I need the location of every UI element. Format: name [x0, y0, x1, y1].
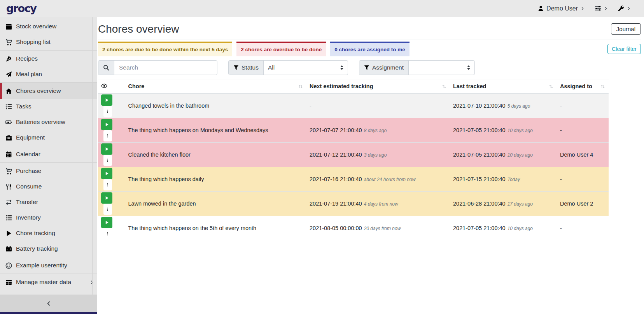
select-arrows-icon	[467, 65, 470, 70]
sidebar-item-tasks[interactable]: Tasks	[0, 99, 97, 114]
next-estimated-tracking-column-header[interactable]: Next estimated tracking	[306, 80, 450, 93]
sidebar-item-label: Inventory	[16, 214, 41, 221]
last-tracked-column-header[interactable]: Last tracked	[450, 80, 557, 93]
timeago-label: 10 days ago	[508, 152, 533, 158]
sidebar-item-manage-master-data[interactable]: Manage master data	[0, 274, 97, 290]
timeago-label: Today	[508, 177, 520, 182]
due-soon-banner[interactable]: 2 chores are due to be done within the n…	[98, 42, 232, 56]
list-icon	[5, 215, 12, 221]
sidebar-item-label: Recipes	[16, 55, 38, 62]
status-select[interactable]: All	[264, 61, 348, 75]
clear-filter-button[interactable]: Clear filter	[607, 44, 641, 54]
filter-icon	[233, 65, 239, 70]
chore-name-cell: The thing which happens daily	[125, 167, 306, 191]
sidebar-item-inventory[interactable]: Inventory	[0, 210, 97, 225]
sidebar-item-meal-plan[interactable]: Meal plan	[0, 66, 97, 82]
sidebar-item-purchase[interactable]: Purchase	[0, 163, 97, 179]
assigned-to-me-banner[interactable]: 0 chores are assigned to me	[330, 42, 410, 56]
settings-menu[interactable]	[595, 5, 608, 12]
sidebar-item-equipment[interactable]: Equipment	[0, 130, 97, 145]
sidebar-divider	[0, 50, 97, 51]
tasks-icon	[5, 103, 12, 110]
top-navbar: grocy Demo User	[0, 0, 644, 17]
track-chore-button[interactable]	[101, 94, 112, 106]
sliders-icon	[595, 5, 601, 12]
track-chore-button[interactable]	[101, 217, 112, 228]
exchange-icon	[5, 199, 12, 206]
timeago-label: 3 days ago	[364, 152, 387, 158]
track-chore-button[interactable]	[101, 119, 112, 130]
status-banner-row: 2 chores are due to be done within the n…	[98, 42, 641, 56]
sidebar-item-calendar[interactable]: Calendar	[0, 147, 97, 162]
sidebar-bottom-strip	[0, 312, 97, 314]
track-chore-button[interactable]	[101, 143, 112, 155]
sidebar-item-shopping-list[interactable]: Shopping list	[0, 34, 97, 50]
row-menu-button[interactable]	[103, 130, 112, 141]
assigned-to-column-header[interactable]: Assigned to	[557, 80, 609, 93]
sidebar-item-chores-overview[interactable]: Chores overview	[0, 83, 97, 99]
status-filter-label: Status	[242, 64, 259, 71]
timeago-label: 4 days from now	[364, 201, 398, 207]
next-tracking-cell: -	[306, 93, 450, 118]
sidebar-item-battery-tracking[interactable]: Battery tracking	[0, 241, 97, 256]
next-tracking-cell: 2021-07-07 21:00:408 days ago	[306, 118, 450, 142]
search-addon	[98, 61, 114, 75]
sidebar-item-example-userentity[interactable]: Example userentity	[0, 258, 97, 273]
play-icon	[104, 122, 109, 127]
play-icon	[5, 230, 12, 237]
sidebar-item-chore-tracking[interactable]: Chore tracking	[0, 225, 97, 241]
wrench-icon	[618, 5, 624, 12]
sidebar-item-label: Meal plan	[16, 71, 42, 78]
search-input[interactable]	[114, 61, 217, 75]
sidebar-item-label: Stock overview	[16, 23, 56, 30]
assignment-filter-label: Assignment	[372, 64, 404, 71]
chore-column-header[interactable]: Chore	[125, 80, 306, 93]
sidebar-item-label: Consume	[16, 183, 42, 190]
last-tracked-cell: 2021-07-05 21:00:4010 days ago	[450, 216, 557, 240]
sidebar-divider	[0, 257, 97, 257]
user-menu[interactable]: Demo User	[538, 5, 584, 12]
admin-menu[interactable]	[618, 5, 631, 12]
row-menu-button[interactable]	[103, 204, 112, 215]
sidebar-divider	[0, 82, 97, 83]
sidebar-item-consume[interactable]: Consume	[0, 179, 97, 194]
sidebar-item-label: Shopping list	[16, 38, 51, 45]
select-arrows-icon	[340, 65, 343, 70]
chevron-right-icon	[604, 7, 608, 10]
sidebar-item-batteries-overview[interactable]: Batteries overview	[0, 114, 97, 130]
status-filter-addon: Status	[229, 61, 264, 75]
assignment-filter-addon: Assignment	[359, 61, 409, 75]
column-visibility-header[interactable]	[98, 80, 125, 93]
chevron-right-icon	[581, 7, 584, 10]
assignment-select[interactable]	[409, 61, 474, 75]
play-icon	[104, 220, 109, 225]
assigned-to-cell: Demo User 2	[557, 191, 609, 216]
timeago-label: 17 days ago	[508, 201, 533, 207]
sidebar-item-stock-overview[interactable]: Stock overview	[0, 19, 97, 34]
row-menu-button[interactable]	[103, 106, 112, 117]
sidebar: Stock overview Shopping list Recipes Mea…	[0, 17, 97, 314]
last-tracked-cell: 2021-06-28 21:00:4017 days ago	[450, 191, 557, 216]
overdue-banner[interactable]: 2 chores are overdue to be done	[236, 42, 326, 56]
track-chore-button[interactable]	[101, 192, 112, 204]
row-menu-button[interactable]	[103, 179, 112, 190]
last-tracked-cell: 2021-07-05 21:00:4010 days ago	[450, 142, 557, 167]
track-chore-button[interactable]	[101, 168, 112, 179]
journal-button[interactable]: Journal	[611, 23, 641, 35]
sidebar-item-label: Batteries overview	[16, 119, 65, 126]
sidebar-item-transfer[interactable]: Transfer	[0, 194, 97, 210]
chore-name-cell: Lawn mowed in the garden	[125, 191, 306, 216]
sidebar-item-label: Tasks	[16, 103, 32, 110]
row-menu-button[interactable]	[103, 228, 112, 239]
ellipsis-v-icon	[106, 182, 110, 188]
ellipsis-v-icon	[106, 108, 110, 114]
sidebar-collapse-button[interactable]	[0, 295, 97, 312]
box-icon	[5, 23, 12, 30]
grocy-logo[interactable]: grocy	[6, 3, 36, 14]
status-select-value: All	[268, 64, 275, 71]
chevron-left-icon	[46, 301, 51, 306]
chore-name-cell: Cleaned the kitchen floor	[125, 142, 306, 167]
sidebar-item-recipes[interactable]: Recipes	[0, 51, 97, 66]
timeago-label: about 24 hours from now	[364, 177, 416, 182]
row-menu-button[interactable]	[103, 155, 112, 166]
